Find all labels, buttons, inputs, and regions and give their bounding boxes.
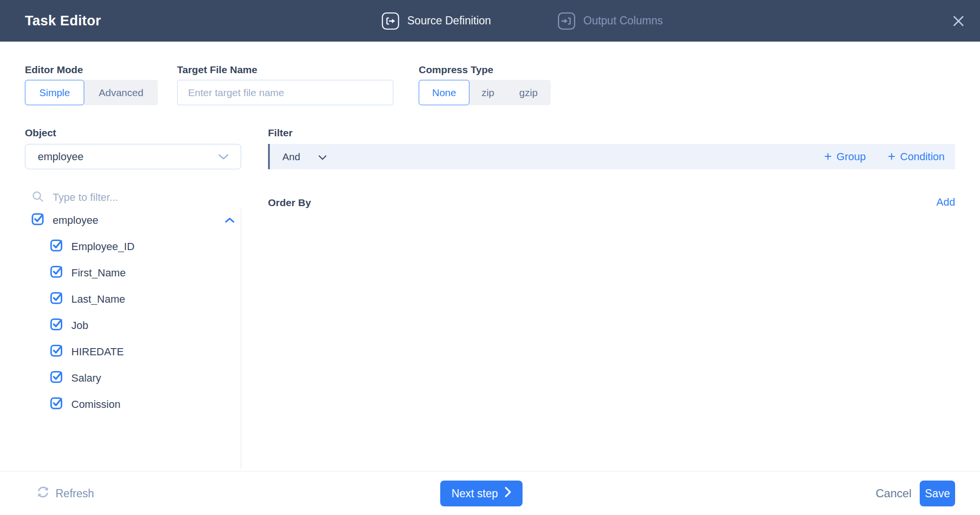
checkbox-checked-icon[interactable]: [50, 264, 64, 281]
dialog-title: Task Editor: [25, 0, 101, 42]
editor-mode-option-advanced[interactable]: Advanced: [84, 80, 157, 105]
chevron-down-icon: [218, 151, 229, 163]
chevron-up-icon[interactable]: [224, 217, 235, 223]
tree-node-field[interactable]: Employee_ID: [25, 233, 241, 260]
checkbox-checked-icon[interactable]: [50, 343, 64, 360]
add-condition-label: Condition: [900, 151, 945, 163]
editor-mode-toggle: Simple Advanced: [25, 80, 158, 105]
plus-icon: +: [888, 150, 895, 163]
filter-operator-select[interactable]: And: [282, 151, 327, 163]
tree-node-label: Last_Name: [71, 293, 241, 306]
search-input[interactable]: [53, 191, 233, 204]
output-columns-icon: [557, 12, 576, 30]
target-file-name-label: Target File Name: [177, 64, 257, 76]
tab-output-columns[interactable]: Output Columns: [557, 0, 663, 42]
sidebar-divider: [241, 208, 241, 469]
field-search: [32, 187, 233, 208]
tree-node-label: Job: [71, 319, 241, 332]
editor-mode-option-simple[interactable]: Simple: [25, 80, 84, 105]
tree-node-label: HIREDATE: [71, 346, 241, 358]
tree-node-field[interactable]: Salary: [25, 365, 241, 391]
filter-operator-value: And: [282, 151, 300, 163]
chevron-right-icon: [505, 486, 512, 501]
tab-output-columns-label: Output Columns: [583, 14, 663, 27]
tree-node-label: Employee_ID: [71, 241, 241, 253]
tree-node-label: employee: [53, 214, 217, 227]
order-by-add-button[interactable]: Add: [936, 196, 955, 208]
dialog-header: Task Editor Source Definition Output Col…: [0, 0, 980, 42]
refresh-icon: [35, 484, 51, 503]
plus-icon: +: [824, 150, 832, 163]
footer: Refresh Next step Cancel Save: [0, 471, 980, 515]
tree-node-employee[interactable]: employee: [25, 207, 241, 233]
add-group-button[interactable]: + Group: [824, 150, 866, 163]
tree-node-field[interactable]: Comission: [25, 391, 241, 417]
compress-type-option-zip[interactable]: zip: [469, 80, 506, 105]
tree-node-field[interactable]: Last_Name: [25, 286, 241, 312]
checkbox-checked-icon[interactable]: [50, 238, 64, 255]
tree-node-label: Salary: [71, 372, 241, 384]
search-icon: [32, 190, 44, 205]
field-tree: employee Employee_ID First_Name Last_Nam…: [25, 207, 241, 417]
source-definition-icon: [381, 12, 400, 30]
checkbox-checked-icon[interactable]: [31, 212, 45, 229]
tab-source-definition-label: Source Definition: [407, 14, 491, 27]
close-icon[interactable]: [947, 0, 969, 42]
checkbox-checked-icon[interactable]: [50, 370, 64, 386]
next-step-label: Next step: [451, 487, 498, 500]
compress-type-label: Compress Type: [419, 64, 493, 76]
save-button[interactable]: Save: [920, 481, 955, 506]
editor-mode-label: Editor Mode: [25, 64, 83, 76]
tab-source-definition[interactable]: Source Definition: [381, 0, 491, 42]
target-file-name-input[interactable]: [177, 80, 393, 105]
filter-label: Filter: [268, 127, 292, 139]
tree-node-label: First_Name: [71, 267, 241, 279]
compress-type-option-none[interactable]: None: [419, 80, 469, 105]
chevron-down-icon: [318, 151, 327, 163]
tree-node-field[interactable]: Job: [25, 312, 241, 339]
add-group-label: Group: [836, 151, 866, 163]
object-select[interactable]: employee: [25, 144, 241, 169]
compress-type-toggle: None zip gzip: [419, 80, 551, 105]
object-select-value: employee: [38, 151, 83, 163]
order-by-label: Order By: [268, 197, 311, 208]
filter-bar: And + Group + Condition: [268, 144, 955, 169]
refresh-label: Refresh: [56, 487, 94, 500]
cancel-button[interactable]: Cancel: [876, 471, 912, 515]
next-step-button[interactable]: Next step: [440, 481, 523, 506]
tree-node-field[interactable]: HIREDATE: [25, 339, 241, 365]
checkbox-checked-icon[interactable]: [50, 291, 64, 307]
checkbox-checked-icon[interactable]: [50, 396, 64, 413]
tree-node-label: Comission: [71, 398, 241, 411]
add-condition-button[interactable]: + Condition: [888, 150, 945, 163]
checkbox-checked-icon[interactable]: [50, 317, 64, 334]
compress-type-option-gzip[interactable]: gzip: [506, 80, 551, 105]
refresh-button[interactable]: Refresh: [35, 471, 94, 515]
object-label: Object: [25, 127, 56, 139]
tree-node-field[interactable]: First_Name: [25, 260, 241, 286]
